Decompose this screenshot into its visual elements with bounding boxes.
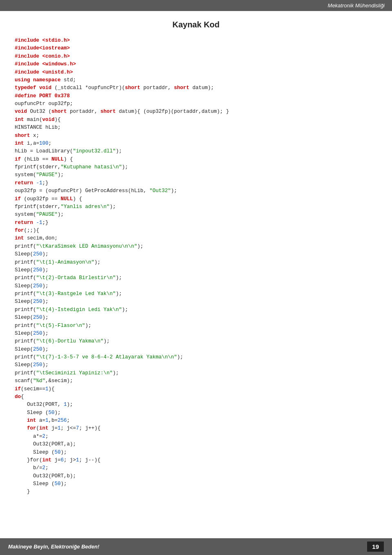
footer: Makineye Beyin, Elektroniğe Beden! 19 bbox=[0, 538, 392, 555]
code-block: #include <stdio.h> #include<iostream> #i… bbox=[0, 37, 392, 521]
footer-page-number: 19 bbox=[367, 542, 384, 552]
top-bar: Mekatronik Mühendisliği bbox=[0, 0, 392, 11]
header-title: Mekatronik Mühendisliği bbox=[328, 2, 385, 9]
footer-tagline: Makineye Beyin, Elektroniğe Beden! bbox=[8, 544, 99, 550]
page-title: Kaynak Kod bbox=[0, 11, 392, 37]
